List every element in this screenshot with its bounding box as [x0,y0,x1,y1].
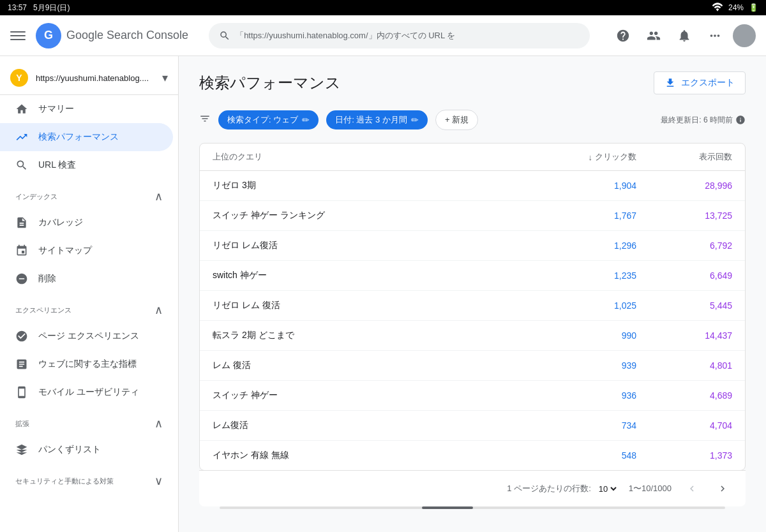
impressions-value: 6,649 [636,270,732,281]
trending-icon [15,131,28,144]
table-row[interactable]: スイッチ 神ゲー 936 4,689 [200,381,745,411]
data-table: 上位のクエリ ↓ クリック数 表示回数 リゼロ 3期 1,904 28,996 … [199,143,746,471]
clicks-value: 939 [541,360,636,371]
table-header: 上位のクエリ ↓ クリック数 表示回数 [200,144,745,171]
sidebar-item-label: カバレッジ [38,217,83,228]
sidebar-item-summary[interactable]: サマリー [0,95,173,123]
removals-icon [15,272,28,285]
help-button[interactable] [610,23,636,48]
sidebar-item-removals[interactable]: 削除 [0,265,173,293]
prev-page-button[interactable] [682,478,702,499]
query-text: リゼロ 3期 [213,180,541,191]
query-text: リゼロ レム復活 [213,240,541,251]
sidebar-item-label: URL 検査 [38,159,76,171]
impressions-value: 6,792 [636,240,732,251]
edit-icon: ✏ [302,115,310,125]
rows-per-page-select[interactable]: 10 25 50 [596,484,619,494]
table-row[interactable]: レム復活 734 4,704 [200,411,745,441]
site-selector-chevron: ▾ [162,71,168,85]
scroll-thumb[interactable] [422,506,473,509]
sidebar-item-page-experience[interactable]: ページ エクスペリエンス [0,322,173,350]
sidebar-item-label: サマリー [38,103,74,115]
web-vitals-icon [15,358,28,371]
filter-icon [199,113,211,128]
experience-section-toggle[interactable]: ∧ [154,303,163,317]
table-body: リゼロ 3期 1,904 28,996 スイッチ 神ゲー ランキング 1,767… [200,171,745,470]
horizontal-scrollbar[interactable] [220,506,725,509]
clicks-value: 548 [541,450,636,461]
security-section-header: セキュリティと手動による対策 ∨ [0,464,178,493]
col-clicks-header[interactable]: ↓ クリック数 [541,151,636,163]
notifications-button[interactable] [672,23,697,48]
sidebar-item-label: 検索パフォーマンス [38,131,119,143]
coverage-icon [15,216,28,229]
impressions-value: 4,801 [636,360,732,371]
site-selector[interactable]: Y https://yuushumi.hatenablog.... ▾ [0,61,178,95]
pagination-range: 1〜10/1000 [629,483,672,494]
page-title: 検索パフォーマンス [199,73,341,93]
home-icon [15,103,28,115]
sidebar-item-web-vitals[interactable]: ウェブに関する主な指標 [0,350,173,378]
sidebar: Y https://yuushumi.hatenablog.... ▾ サマリー… [0,56,179,532]
search-text: 「https://yuushumi.hatenablog.com/」内のすべての… [236,30,455,41]
edit-icon: ✏ [411,115,419,125]
sidebar-item-label: ページ エクスペリエンス [38,330,139,342]
menu-button[interactable] [10,28,26,43]
impressions-value: 14,437 [636,330,732,341]
battery-icon: 🔋 [749,3,758,12]
col-impressions-header: 表示回数 [636,151,732,163]
impressions-value: 5,445 [636,300,732,311]
search-nav-icon [15,159,28,172]
table-row[interactable]: 転スラ 2期 どこまで 990 14,437 [200,321,745,351]
query-text: リゼロ レム 復活 [213,300,541,311]
add-filter-button[interactable]: + 新規 [435,110,478,130]
sidebar-item-url-inspection[interactable]: URL 検査 [0,151,173,179]
table-footer: 1 ページあたりの行数: 10 25 50 1〜10/1000 [199,470,746,506]
accounts-button[interactable] [641,23,666,48]
global-search-bar[interactable]: 「https://yuushumi.hatenablog.com/」内のすべての… [209,23,590,48]
last-updated: 最終更新日: 6 時間前 [661,115,746,126]
date-filter[interactable]: 日付: 過去 3 か月間 ✏ [326,110,428,129]
sidebar-item-label: ウェブに関する主な指標 [38,358,137,370]
table-row[interactable]: リゼロ 3期 1,904 28,996 [200,171,745,201]
query-text: レム復活 [213,420,541,431]
clicks-value: 1,296 [541,240,636,251]
clicks-value: 936 [541,390,636,401]
table-row[interactable]: リゼロ レム 復活 1,025 5,445 [200,291,745,321]
extensions-section-header: 拡張 ∧ [0,406,178,436]
site-name: https://yuushumi.hatenablog.... [36,73,154,83]
info-icon [735,115,746,125]
battery-text: 24% [728,3,744,12]
table-row[interactable]: リゼロ レム復活 1,296 6,792 [200,231,745,261]
status-time: 13:57 5月9日(日) [8,3,70,13]
query-text: スイッチ 神ゲー [213,390,541,401]
user-avatar[interactable] [733,24,756,47]
query-text: switch 神ゲー [213,270,541,281]
table-row[interactable]: スイッチ 神ゲー ランキング 1,767 13,725 [200,201,745,231]
security-section-toggle[interactable]: ∨ [154,474,163,488]
table-row[interactable]: レム 復活 939 4,801 [200,351,745,381]
table-row[interactable]: switch 神ゲー 1,235 6,649 [200,261,745,291]
sidebar-item-breadcrumbs[interactable]: パンくずリスト [0,436,173,464]
impressions-value: 1,373 [636,450,732,461]
sidebar-item-sitemap[interactable]: サイトマップ [0,237,173,265]
wifi-icon [712,3,723,13]
sidebar-item-mobile-usability[interactable]: モバイル ユーザビリティ [0,378,173,406]
table-row[interactable]: イヤホン 有線 無線 548 1,373 [200,441,745,470]
breadcrumb-nav-icon [15,443,28,456]
sidebar-item-label: サイトマップ [38,245,92,256]
search-type-filter[interactable]: 検索タイプ: ウェブ ✏ [218,110,319,129]
clicks-value: 1,235 [541,270,636,281]
sidebar-item-label: パンくずリスト [38,444,101,455]
apps-button[interactable] [702,23,728,48]
mobile-icon [15,386,28,399]
page-experience-icon [15,330,28,343]
extensions-section-toggle[interactable]: ∧ [154,417,163,431]
sidebar-item-coverage[interactable]: カバレッジ [0,209,173,237]
sidebar-item-search-performance[interactable]: 検索パフォーマンス [0,123,173,151]
page-header: 検索パフォーマンス エクスポート [199,71,746,94]
export-button[interactable]: エクスポート [654,71,746,94]
index-section-toggle[interactable]: ∧ [154,189,163,203]
query-text: イヤホン 有線 無線 [213,450,541,461]
next-page-button[interactable] [712,478,733,499]
